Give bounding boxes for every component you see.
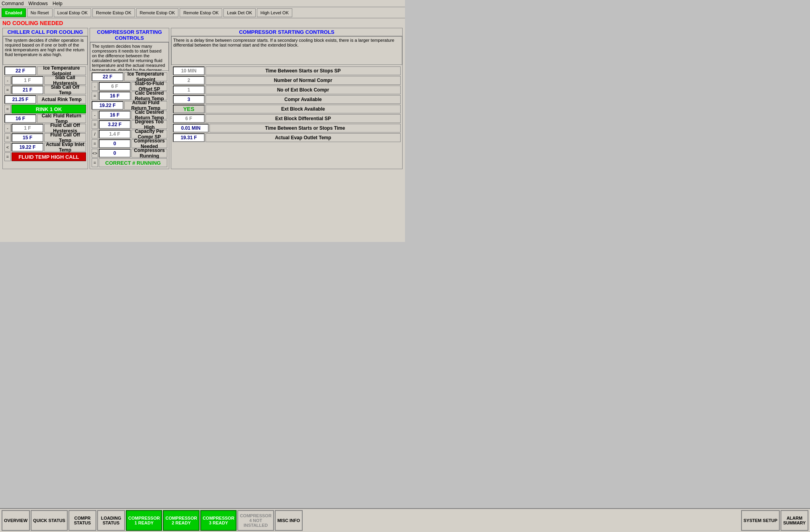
chiller-panel-desc: The system decides if chiller operation … [3,36,88,65]
comp-row-4: 19.22 F Actual Fluid Return Temp [92,101,167,110]
comp-op-7[interactable]: / [92,130,98,138]
time-between-time-value: 0.01 MIN [173,124,209,133]
chiller-op-2[interactable]: - [4,76,11,85]
comp-capacity-label: Capacity Per Compr SP [131,130,167,138]
comp-ice-temp-label: Ice Temperature Setpoint [124,72,167,81]
chiller-panel: CHILLER CALL FOR COOLING The system deci… [2,28,88,169]
time-between-sp-value: 10 MIN [173,66,205,75]
comp-row-1: 22 F Ice Temperature Setpoint [92,72,167,81]
toolbar: Enabled No Reset Local Estop OK Remote E… [0,7,405,18]
comp-op-5[interactable]: - [92,111,98,119]
comp-needed-label: Compressors Needed [131,139,167,148]
chiller-op-5[interactable]: = [4,105,11,113]
btn-remote-estop-1[interactable]: Remote Estop OK [92,8,135,17]
btn-local-estop[interactable]: Local Estop OK [54,8,91,17]
chiller-slab-calloff-label: Slab Call Off Temp [44,86,86,94]
chiller-calc-fluid-label: Calc Fluid Return Temp [37,114,86,123]
menu-help[interactable]: Help [53,1,63,6]
start-row-5: YES Ext Block Available [173,105,401,113]
compressor-panel-desc: The system decides how many compressors … [90,42,169,71]
btn-enabled[interactable]: Enabled [2,8,26,17]
starting-controls-panel: COMPRESSOR STARTING CONTROLS There is a … [171,28,403,169]
comp-running-value: 0 [99,149,131,158]
compressor-data: 22 F Ice Temperature Setpoint - 6 F Slab… [90,71,169,169]
comp-offset-value: 6 F [99,82,131,91]
fluid-temp-high-status: FLUID TEMP HIGH CALL [12,152,86,161]
chiller-fluid-hyst-value: 1 F [12,124,43,133]
ext-block-compr-value: 1 [173,86,205,94]
ext-block-diff-value: 6 F [173,114,205,123]
ext-block-avail-label: Ext Block Available [205,105,401,113]
menu-windows[interactable]: Windows [28,1,48,6]
comp-op-2[interactable]: - [92,82,98,91]
chiller-op-7[interactable]: - [4,124,11,133]
chiller-op-9[interactable]: < [4,143,11,152]
comp-actual-fluid-label: Actual Fluid Return Temp [124,101,167,110]
chiller-evap-inlet-value: 19.22 F [12,143,43,152]
chiller-actual-rink-value: 21.25 F [4,95,36,104]
start-row-1: 10 MIN Time Between Starts or Stops SP [173,66,401,75]
correct-running-status: CORRECT # RUNNING [99,158,167,167]
comp-ice-temp-value: 22 F [92,72,123,81]
btn-remote-estop-3[interactable]: Remote Estop OK [180,8,222,17]
chiller-hysteresis-value: 1 F [12,76,43,85]
chiller-row-8: = 15 F Fluid Call Off Temp [4,133,86,142]
menu-bar: Command Windows Help [0,0,405,7]
comp-calc-desired-label: Calc Desired Return Temp [131,111,167,119]
chiller-calc-fluid-value: 16 F [4,114,36,123]
btn-no-reset[interactable]: No Reset [27,8,53,17]
chiller-row-2: - 1 F Slab Call Hysteresis [4,76,86,85]
actual-evap-outlet-label: Actual Evap Outlet Temp [205,133,401,142]
chiller-ice-temp-label: Ice Temperature Setpoint [37,66,86,75]
ext-block-diff-label: Ext Block Differential SP [205,114,401,123]
menu-command[interactable]: Command [2,1,23,6]
chiller-row-5: = RINK 1 OK [4,105,86,113]
chiller-op-8[interactable]: = [4,133,11,142]
btn-high-level[interactable]: High Level OK [257,8,292,17]
comp-calc-return-value: 16 F [99,92,131,100]
chiller-row-7: - 1 F Fluid Call Off Hysteresis [4,124,86,133]
start-row-3: 1 No of Ext Block Compr [173,86,401,94]
comp-offset-label: Slab-to-Fluid Offset SP [131,82,167,91]
chiller-row-3: = 21 F Slab Call Off Temp [4,86,86,94]
comp-capacity-value: 1.4 F [99,130,131,138]
comp-row-6: = 3.22 F Degrees Too High [92,120,167,129]
btn-leak-det[interactable]: Leak Det OK [223,8,256,17]
chiller-panel-title: CHILLER CALL FOR COOLING [3,28,88,36]
comp-op-6[interactable]: = [92,120,98,129]
chiller-fluid-calloff-value: 15 F [12,133,43,142]
starting-data: 10 MIN Time Between Starts or Stops SP 2… [171,65,402,144]
comp-row-2: - 6 F Slab-to-Fluid Offset SP [92,82,167,91]
comp-running-label: Compressors Running [131,149,167,158]
ext-block-yes-value: YES [173,105,205,113]
comp-op-10[interactable]: = [92,158,98,167]
comp-calc-return-label: Calc Desired Return Temp [131,92,167,100]
comp-row-7: / 1.4 F Capacity Per Compr SP [92,130,167,138]
comp-op-8[interactable]: = [92,139,98,148]
compr-avail-value: 3 [173,95,205,104]
comp-row-5: - 16 F Calc Desired Return Temp [92,111,167,119]
ext-block-compr-label: No of Ext Block Compr [205,86,401,94]
comp-row-9: <> 0 Compressors Running [92,149,167,158]
chiller-actual-rink-label: Actual Rink Temp [37,95,86,104]
starting-title: COMPRESSOR STARTING CONTROLS [171,28,402,36]
chiller-op-3[interactable]: = [4,86,11,94]
comp-op-3[interactable]: = [92,92,98,100]
main-content: NO COOLING NEEDED CHILLER CALL FOR COOLI… [0,18,405,242]
compr-avail-label: Compr Available [205,95,401,104]
chiller-evap-inlet-label: Actual Evap Inlet Temp [44,143,86,152]
compressor-panel: COMPRESSOR STARTING CONTROLS The system … [90,28,169,169]
chiller-row-4: 21.25 F Actual Rink Temp [4,95,86,104]
comp-needed-value: 0 [99,139,131,148]
chiller-data: 22 F Ice Temperature Setpoint - 1 F Slab… [3,65,88,163]
start-row-4: 3 Compr Available [173,95,401,104]
chiller-row-10: = FLUID TEMP HIGH CALL [4,152,86,161]
chiller-slab-calloff-value: 21 F [12,86,43,94]
chiller-row-9: < 19.22 F Actual Evap Inlet Temp [4,143,86,152]
start-row-6: 6 F Ext Block Differential SP [173,114,401,123]
chiller-fluid-calloff-label: Fluid Call Off Temp [44,133,86,142]
comp-op-9[interactable]: <> [92,149,98,158]
btn-remote-estop-2[interactable]: Remote Estop OK [136,8,179,17]
starting-desc: There is a delay time between compressor… [171,36,402,65]
chiller-op-10[interactable]: = [4,152,11,161]
